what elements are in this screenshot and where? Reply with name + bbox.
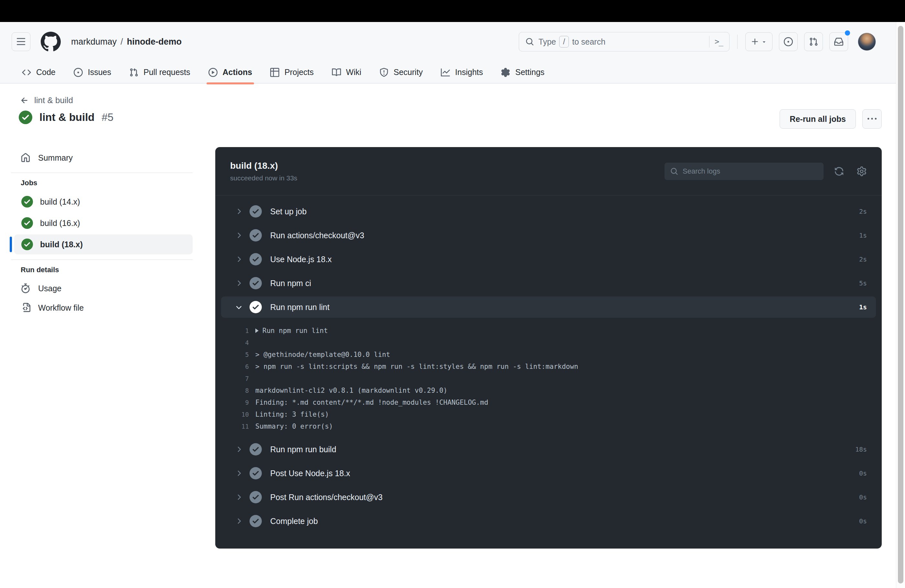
step-run-actions-checkout-v3[interactable]: Run actions/checkout@v31s [215,223,882,247]
arrow-left-icon [20,96,29,105]
tab-settings[interactable]: Settings [492,61,553,83]
book-icon [332,68,341,77]
avatar[interactable] [858,33,876,51]
code-icon [22,68,31,77]
issue-opened-icon [784,37,793,46]
log-line-text: Finding: *.md content/**/*.md !node_modu… [256,399,488,406]
tab-issues[interactable]: Issues [65,61,120,83]
tab-pull-requests[interactable]: Pull requests [120,61,199,83]
step-run-npm-run-build[interactable]: Run npm run build18s [215,437,882,461]
sidebar-item-workflow-file[interactable]: Workflow file [10,298,193,318]
step-label: Run actions/checkout@v3 [270,231,364,240]
tab-code[interactable]: Code [13,61,65,83]
check-circle-fill-icon [249,253,262,265]
sidebar-item-build-16-x[interactable]: build (16.x) [14,213,193,233]
step-label: Set up job [270,207,307,216]
step-duration: 2s [859,208,867,215]
step-run-npm-run-lint[interactable]: Run npm run lint1s [221,296,876,318]
job-label: build (18.x) [40,240,83,249]
sidebar-item-summary[interactable]: Summary [10,148,193,167]
log-line-text: Summary: 0 error(s) [256,423,333,430]
sidebar-item-build-18-x[interactable]: build (18.x) [14,234,193,254]
log-line: 10Linting: 3 file(s) [215,408,882,420]
log-line-text: Linting: 3 file(s) [256,410,329,418]
notification-dot [845,30,850,35]
step-duration: 18s [855,445,867,453]
system-top-bar [0,0,905,22]
log-search-input[interactable] [683,167,818,176]
sidebar-item-build-14-x[interactable]: build (14.x) [14,192,193,212]
breadcrumb-owner[interactable]: markdumay [71,37,117,47]
run-details-heading: Run details [10,266,193,274]
check-circle-fill-icon [249,229,262,242]
chevron-right-icon [235,231,243,240]
step-run-npm-ci[interactable]: Run npm ci5s [215,271,882,295]
step-duration: 0s [859,469,867,477]
breadcrumb-repo[interactable]: hinode-demo [127,37,182,47]
step-label: Run npm ci [270,279,311,288]
chevron-right-icon [235,279,243,288]
hamburger-menu-button[interactable] [12,32,30,51]
plus-icon [751,38,759,46]
log-line-number: 8 [215,387,249,394]
global-search-input[interactable]: Type / to search >_ [519,32,729,51]
chevron-right-icon [235,493,243,501]
tab-insights[interactable]: Insights [432,61,492,83]
step-label: Post Use Node.js 18.x [270,469,350,478]
page-scrollbar[interactable] [898,26,903,583]
step-complete-job[interactable]: Complete job0s [215,509,882,533]
pull-requests-dashboard-button[interactable] [804,32,823,51]
log-line: 5> @gethinode/template@0.10.0 lint [215,348,882,361]
back-link[interactable]: lint & build [20,95,73,105]
step-duration: 1s [859,232,867,239]
search-placeholder-suffix: to search [572,37,605,46]
tab-wiki[interactable]: Wiki [323,61,370,83]
tab-label: Issues [88,68,111,77]
step-use-node-js-18-x[interactable]: Use Node.js 18.x2s [215,247,882,271]
step-post-use-node-js-18-x[interactable]: Post Use Node.js 18.x0s [215,461,882,485]
log-line-number: 4 [215,339,249,346]
log-settings-button[interactable] [854,164,869,178]
issues-dashboard-button[interactable] [779,32,798,51]
search-icon [670,167,678,175]
sync-icon [834,167,844,176]
log-line-text: markdownlint-cli2 v0.8.1 (markdownlint v… [256,387,447,394]
run-success-icon [19,111,32,124]
tab-label: Projects [284,68,313,77]
step-label: Use Node.js 18.x [270,255,332,264]
tab-projects[interactable]: Projects [261,61,322,83]
log-line: 11Summary: 0 error(s) [215,420,882,432]
create-new-button[interactable] [745,32,773,51]
kebab-menu-button[interactable] [862,109,882,129]
log-group-marker-icon[interactable] [256,329,259,333]
kebab-horizontal-icon [867,114,876,124]
command-palette-icon[interactable]: >_ [714,37,723,46]
run-title-row: lint & build #5 [19,111,113,124]
log-line-text: > @gethinode/template@0.10.0 lint [256,351,390,359]
page-scrollbar-track [896,22,905,588]
repo-nav: CodeIssuesPull requestsActionsProjectsWi… [0,61,905,83]
slash-key-hint: / [559,36,569,48]
chevron-right-icon [235,469,243,477]
step-set-up-job[interactable]: Set up job2s [215,199,882,223]
check-circle-fill-icon [249,515,262,527]
github-logo-icon[interactable] [41,32,61,52]
refresh-logs-button[interactable] [832,164,846,178]
log-line: 4 [215,337,882,348]
tab-actions[interactable]: Actions [199,61,262,83]
triangle-down-icon [761,39,767,44]
sidebar-item-usage[interactable]: Usage [10,279,193,298]
tab-label: Wiki [346,68,361,77]
step-log-output: 1Run npm run lint45> @gethinode/template… [215,319,882,437]
three-bars-icon [16,37,26,46]
step-label: Post Run actions/checkout@v3 [270,493,383,502]
log-line[interactable]: 1Run npm run lint [215,324,882,337]
gear-icon [501,68,510,77]
chevron-right-icon [235,445,243,453]
inbox-button[interactable] [829,32,848,51]
tab-label: Pull requests [143,68,191,77]
step-post-run-actions-checkout-v3[interactable]: Post Run actions/checkout@v30s [215,485,882,509]
job-status-line: succeeded now in 33s [230,174,297,182]
rerun-all-jobs-button[interactable]: Re-run all jobs [780,109,856,129]
tab-security[interactable]: Security [370,61,432,83]
